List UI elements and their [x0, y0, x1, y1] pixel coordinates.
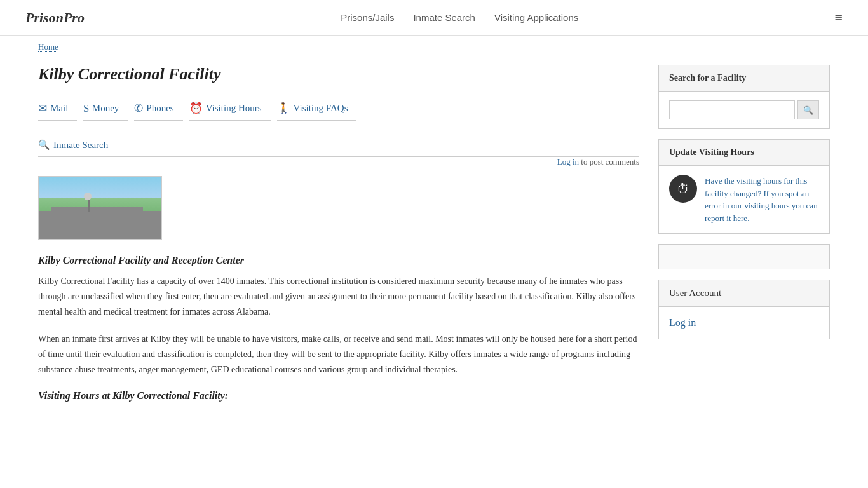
- user-account-box: User Account Log in: [658, 280, 830, 339]
- sidebar-empty-box: [658, 244, 830, 269]
- facility-image: [38, 176, 162, 240]
- user-account-login-link[interactable]: Log in: [669, 317, 696, 328]
- page-title: Kilby Correctional Facility: [38, 65, 639, 84]
- phone-icon: ✆: [134, 102, 143, 115]
- tab-money-label: Money: [92, 103, 119, 114]
- update-visiting-text: Have the visiting hours for this facilit…: [705, 175, 819, 224]
- update-visiting-content: ⏱ Have the visiting hours for this facil…: [669, 175, 819, 224]
- update-visiting-link[interactable]: Have the visiting hours for this facilit…: [705, 176, 818, 223]
- facility-building: [51, 207, 143, 220]
- breadcrumb: Home: [0, 36, 868, 58]
- facility-search-button[interactable]: 🔍: [797, 100, 819, 119]
- facility-search-box: Search for a Facility 🔍: [658, 65, 830, 129]
- content-area: Kilby Correctional Facility ✉ Mail $ Mon…: [38, 58, 639, 402]
- sidebar: Search for a Facility 🔍 Update Visiting …: [658, 58, 830, 402]
- facility-search-form: 🔍: [669, 100, 819, 119]
- user-account-body: Log in: [659, 307, 829, 339]
- main-nav: Prisons/Jails Inmate Search Visiting App…: [341, 12, 578, 23]
- tabs-row: ✉ Mail $ Money ✆ Phones ⏰ Visiting Hours…: [38, 97, 639, 121]
- tab-visiting-faqs-label: Visiting FAQs: [294, 103, 348, 114]
- log-in-link[interactable]: Log in: [557, 157, 579, 166]
- nav-inmate-search[interactable]: Inmate Search: [413, 12, 475, 23]
- hamburger-menu[interactable]: ≡: [835, 10, 843, 26]
- site-logo[interactable]: PrisonPro: [25, 10, 85, 26]
- tab-inmate-search[interactable]: 🔍 Inmate Search: [38, 134, 639, 157]
- tab-phones-label: Phones: [146, 103, 173, 114]
- section-title: Kilby Correctional Facility and Receptio…: [38, 255, 639, 266]
- nav-visiting-applications[interactable]: Visiting Applications: [494, 12, 578, 23]
- nav-prisons-jails[interactable]: Prisons/Jails: [341, 12, 394, 23]
- mail-icon: ✉: [38, 102, 47, 115]
- clock-tab-icon: ⏰: [189, 102, 203, 115]
- breadcrumb-home[interactable]: Home: [38, 42, 58, 52]
- search-tab-icon: 🔍: [38, 139, 50, 151]
- tab-money[interactable]: $ Money: [83, 97, 128, 121]
- section-body-2: When an inmate first arrives at Kilby th…: [38, 332, 639, 377]
- tab-phones[interactable]: ✆ Phones: [134, 97, 182, 121]
- log-in-text: to post comments: [581, 157, 639, 166]
- clock-icon: ⏱: [669, 175, 697, 203]
- tab-inmate-search-label: Inmate Search: [53, 140, 108, 151]
- tab-visiting-hours[interactable]: ⏰ Visiting Hours: [189, 97, 271, 121]
- facility-search-input[interactable]: [669, 100, 795, 119]
- money-icon: $: [83, 102, 89, 115]
- user-account-header: User Account: [659, 280, 829, 307]
- facility-search-body: 🔍: [659, 92, 829, 128]
- update-visiting-body: ⏱ Have the visiting hours for this facil…: [659, 166, 829, 233]
- section-body-1: Kilby Correctional Facility has a capaci…: [38, 274, 639, 319]
- tab-visiting-hours-label: Visiting Hours: [206, 103, 262, 114]
- walking-icon: 🚶: [277, 102, 290, 115]
- tab-mail[interactable]: ✉ Mail: [38, 97, 77, 121]
- tab-visiting-faqs[interactable]: 🚶 Visiting FAQs: [277, 97, 357, 121]
- update-visiting-header: Update Visiting Hours: [659, 140, 829, 166]
- facility-search-header: Search for a Facility: [659, 65, 829, 92]
- log-in-line: Log in to post comments: [38, 157, 639, 167]
- tab-mail-label: Mail: [50, 103, 68, 114]
- main-container: Kilby Correctional Facility ✉ Mail $ Mon…: [0, 58, 868, 402]
- header: PrisonPro Prisons/Jails Inmate Search Vi…: [0, 0, 868, 36]
- update-visiting-box: Update Visiting Hours ⏱ Have the visitin…: [658, 139, 830, 234]
- visiting-hours-title: Visiting Hours at Kilby Correctional Fac…: [38, 390, 639, 402]
